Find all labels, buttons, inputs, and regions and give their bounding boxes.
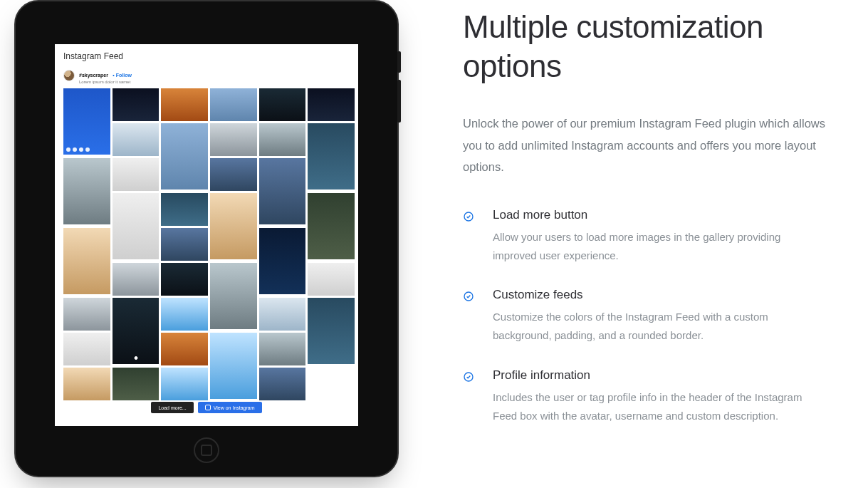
feature-description: Includes the user or tag profile info in… [493, 388, 813, 426]
tablet-screen: Instagram Feed #skyscraper • Follow Lore… [55, 44, 358, 426]
grid-tile[interactable] [113, 298, 160, 364]
grid-tile[interactable] [308, 263, 355, 296]
grid-tile[interactable] [113, 158, 160, 191]
grid-tile[interactable] [161, 333, 208, 365]
feature-description: Allow your users to load more images in … [493, 228, 813, 266]
grid-tile[interactable] [161, 88, 208, 121]
view-on-instagram-button[interactable]: View on Instagram [198, 402, 262, 413]
grid-tile[interactable] [113, 368, 160, 400]
grid-tile[interactable] [259, 158, 306, 224]
tablet-side-button [397, 80, 401, 123]
feed-profile-header: #skyscraper • Follow Lorem ipsum dolor i… [63, 67, 350, 84]
grid-tile[interactable] [63, 333, 110, 365]
grid-tile[interactable] [308, 88, 355, 121]
feature-item: Profile information Includes the user or… [463, 368, 832, 426]
grid-tile[interactable] [63, 368, 110, 400]
grid-tile[interactable] [63, 228, 110, 294]
grid-tile[interactable] [308, 123, 355, 190]
grid-tile[interactable] [161, 228, 208, 261]
load-more-button[interactable]: Load more... [151, 402, 193, 413]
check-circle-icon [463, 211, 474, 266]
grid-tile[interactable] [308, 298, 355, 364]
feed-title: Instagram Feed [63, 51, 350, 61]
tablet-side-button [397, 51, 401, 73]
grid-tile[interactable] [63, 158, 110, 224]
tablet-home-button [194, 437, 219, 463]
grid-tile[interactable] [259, 123, 306, 156]
feature-item: Load more button Allow your users to loa… [463, 208, 832, 266]
grid-tile[interactable] [210, 88, 257, 121]
grid-tile[interactable] [259, 368, 306, 400]
profile-description: Lorem ipsum dolor it samet [79, 80, 132, 84]
feature-item: Customize feeds Customize the colors of … [463, 288, 832, 346]
feature-title: Profile information [493, 368, 813, 383]
grid-tile[interactable] [113, 123, 160, 156]
lead-paragraph: Unlock the power of our premium Instagra… [463, 113, 832, 178]
grid-tile[interactable] [161, 263, 208, 296]
grid-tile[interactable] [259, 333, 306, 365]
grid-tile[interactable] [259, 88, 306, 121]
grid-tile[interactable] [63, 298, 110, 331]
feature-description: Customize the colors of the Instagram Fe… [493, 308, 813, 346]
check-circle-icon [463, 371, 474, 426]
grid-tile[interactable] [210, 193, 257, 259]
grid-tile[interactable] [161, 368, 208, 400]
avatar [63, 70, 75, 81]
tablet-device: Instagram Feed #skyscraper • Follow Lore… [14, 0, 399, 477]
grid-tile[interactable] [308, 193, 355, 259]
grid-tile[interactable] [63, 88, 110, 155]
page-title: Multiple customization options [463, 7, 832, 85]
feature-title: Load more button [493, 208, 813, 222]
grid-tile[interactable] [161, 298, 208, 331]
feature-title: Customize feeds [493, 288, 813, 302]
profile-handle: #skyscraper [79, 73, 108, 78]
grid-tile[interactable] [210, 333, 257, 399]
grid-tile[interactable] [259, 298, 306, 331]
grid-tile[interactable] [113, 193, 160, 259]
grid-tile[interactable] [210, 123, 257, 156]
image-grid [63, 88, 350, 395]
grid-tile[interactable] [113, 263, 160, 296]
grid-tile[interactable] [161, 123, 208, 190]
grid-tile[interactable] [259, 228, 306, 294]
follow-link[interactable]: • Follow [113, 73, 132, 78]
grid-tile[interactable] [113, 88, 160, 121]
grid-tile[interactable] [210, 158, 257, 191]
check-circle-icon [463, 291, 474, 346]
grid-tile[interactable] [210, 263, 257, 329]
grid-tile[interactable] [161, 193, 208, 226]
